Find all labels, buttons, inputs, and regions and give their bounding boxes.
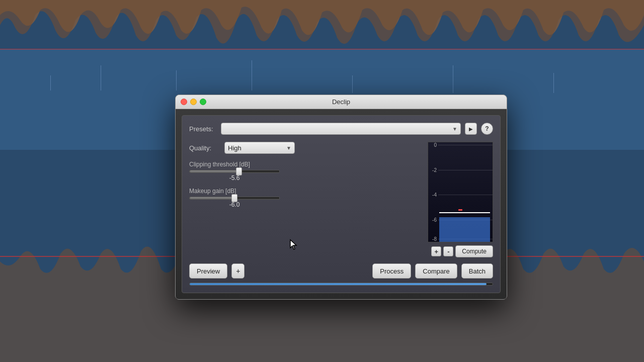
inner-panel: Presets: ▼ ▶ ? Quality: xyxy=(182,115,501,293)
window-body: Presets: ▼ ▶ ? Quality: xyxy=(176,109,507,299)
graph-label-8: -8 xyxy=(428,236,438,242)
presets-play-button[interactable]: ▶ xyxy=(465,123,477,135)
graph-area: 0 -2 -4 xyxy=(428,142,493,257)
help-icon: ? xyxy=(485,125,489,132)
makeup-gain-track[interactable] xyxy=(189,197,280,200)
window-title: Declip xyxy=(332,98,350,106)
maximize-button[interactable] xyxy=(200,99,206,105)
clipping-threshold-thumb[interactable] xyxy=(236,167,242,175)
makeup-gain-thumb[interactable] xyxy=(231,194,237,202)
quality-row: Quality: High ▼ xyxy=(189,142,421,154)
plus-icon: + xyxy=(435,248,439,255)
presets-dropdown[interactable]: ▼ xyxy=(221,123,461,135)
quality-arrow-icon: ▼ xyxy=(286,145,291,151)
progress-bar-container xyxy=(189,283,493,286)
graph-label-2: -2 xyxy=(428,167,438,173)
clipping-threshold-value: -5.6 xyxy=(189,174,280,182)
makeup-gain-fill xyxy=(190,197,234,199)
svg-rect-5 xyxy=(101,65,101,90)
quality-value: High xyxy=(228,144,242,152)
bottom-toolbar: Preview + Process Compare Batch xyxy=(189,263,493,279)
graph-minus-button[interactable]: - xyxy=(443,246,453,256)
progress-bar-fill xyxy=(190,283,487,285)
close-button[interactable] xyxy=(181,99,187,105)
graph-container: 0 -2 -4 xyxy=(428,142,493,242)
svg-rect-7 xyxy=(252,60,252,90)
preview-button[interactable]: Preview xyxy=(189,263,227,279)
quality-dropdown[interactable]: High ▼ xyxy=(224,142,295,154)
minimize-button[interactable] xyxy=(190,99,197,105)
quality-label: Quality: xyxy=(189,144,219,152)
clipping-threshold-label: Clipping threshold [dB] xyxy=(189,161,421,168)
graph-blue-bar xyxy=(439,217,490,242)
makeup-gain-label: Makeup gain [dB] xyxy=(189,188,421,195)
graph-label-6: -6 xyxy=(428,217,438,223)
svg-rect-6 xyxy=(176,70,177,90)
svg-rect-10 xyxy=(553,73,554,93)
svg-rect-4 xyxy=(50,75,51,90)
presets-help-button[interactable]: ? xyxy=(481,123,493,135)
process-button[interactable]: Process xyxy=(372,263,411,279)
graph-plus-button[interactable]: + xyxy=(431,246,441,256)
graph-gridline-2 xyxy=(438,170,493,170)
graph-label-0: 0 xyxy=(428,142,438,148)
preview-plus-icon: + xyxy=(236,267,240,275)
graph-gridline-0 xyxy=(438,145,493,145)
presets-label: Presets: xyxy=(189,125,217,133)
graph-threshold-line xyxy=(439,212,490,213)
clipping-threshold-section: Clipping threshold [dB] -5.6 xyxy=(189,161,421,182)
graph-red-marker xyxy=(458,209,462,211)
clipping-threshold-fill xyxy=(190,170,239,172)
compute-button[interactable]: Compute xyxy=(455,245,493,257)
compute-controls: + - Compute xyxy=(428,245,493,257)
main-content: Quality: High ▼ Clipping threshold [dB] xyxy=(189,142,493,257)
svg-rect-8 xyxy=(352,75,353,93)
clipping-threshold-track[interactable] xyxy=(189,170,280,173)
preview-plus-button[interactable]: + xyxy=(231,263,245,279)
controls-area: Quality: High ▼ Clipping threshold [dB] xyxy=(189,142,421,257)
window-titlebar: Declip xyxy=(176,95,507,109)
makeup-gain-value: -6.0 xyxy=(189,201,280,208)
clipping-threshold-slider-wrapper: -5.6 xyxy=(189,170,280,182)
graph-label-4: -4 xyxy=(428,192,438,198)
dropdown-arrow-icon: ▼ xyxy=(452,126,457,132)
makeup-gain-slider-wrapper: -6.0 xyxy=(189,197,280,208)
graph-gridline-4 xyxy=(438,195,493,195)
presets-row: Presets: ▼ ▶ ? xyxy=(189,123,493,135)
traffic-lights xyxy=(181,99,206,105)
play-icon: ▶ xyxy=(469,126,473,132)
batch-button[interactable]: Batch xyxy=(461,263,493,279)
compare-button[interactable]: Compare xyxy=(415,263,457,279)
minus-icon: - xyxy=(447,248,449,255)
declip-window: Declip Presets: ▼ ▶ ? xyxy=(175,95,507,300)
svg-rect-9 xyxy=(453,65,453,93)
makeup-gain-section: Makeup gain [dB] -6.0 xyxy=(189,188,421,208)
